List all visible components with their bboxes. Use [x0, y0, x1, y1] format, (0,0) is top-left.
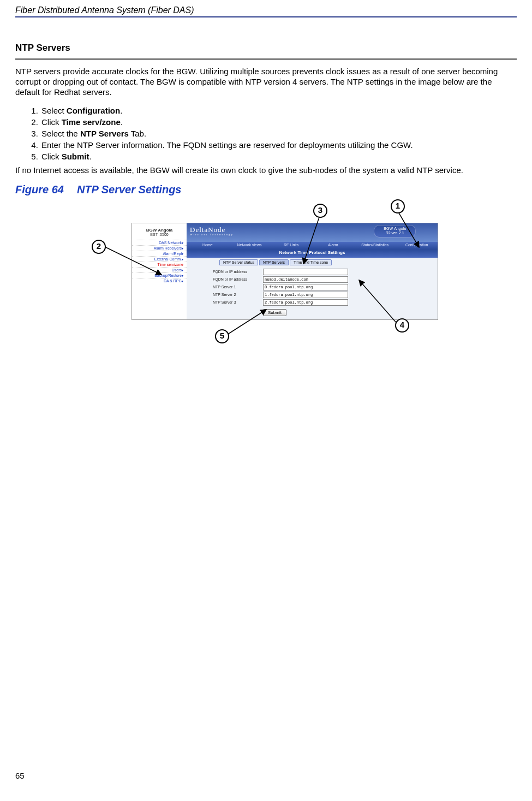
form-input[interactable]	[263, 269, 348, 275]
main-nav: HomeNetwork viewsRF UnitsAlarmStatus/Sta…	[187, 242, 438, 250]
running-header: Fiber Distributed Antenna System (Fiber …	[15, 0, 517, 17]
step-1-bold: Configuration	[67, 106, 120, 115]
after-steps-paragraph: If no Internet access is available, the …	[15, 165, 517, 176]
nav-tab[interactable]: RF Units	[270, 242, 312, 250]
form-input[interactable]	[263, 276, 348, 283]
form-input[interactable]	[263, 299, 348, 306]
nav-tab[interactable]: Network views	[229, 242, 271, 250]
figure-64: 1 2 3 4 5 BGW Angola EST -0500 DAS Netwo…	[81, 199, 479, 341]
device-tz: EST -0500	[132, 233, 187, 240]
badge-top: BGW-Angola	[384, 227, 406, 231]
left-menu-item[interactable]: External Comm.	[132, 256, 187, 262]
steps-list: Select Configuration.Click Time serv/zon…	[15, 105, 517, 162]
left-menu: DAS NetworkAlarm ReceiversAlarm/ReplExte…	[132, 240, 187, 283]
step-5-bold: Submit	[62, 152, 89, 161]
step-2: Click Time serv/zone.	[40, 116, 517, 128]
form-row: NTP Server 1	[187, 283, 438, 291]
tab-row: NTP Server statusNTP ServersTime and Tim…	[187, 258, 438, 268]
callout-4: 4	[395, 318, 409, 333]
nav-tab[interactable]: Home	[187, 242, 229, 250]
left-menu-item[interactable]: Alarm/Repl	[132, 251, 187, 256]
inner-tab[interactable]: Time and Time zone	[290, 259, 332, 265]
callout-3: 3	[313, 204, 327, 218]
step-1: Select Configuration.	[40, 105, 517, 116]
form-input[interactable]	[263, 292, 348, 298]
nav-tab[interactable]: Configuration	[396, 242, 438, 250]
screenshot-right-pane: DeltaNode Wireless Technology BGW-Angola…	[187, 223, 438, 319]
left-menu-item[interactable]: Users	[132, 267, 187, 272]
form-label: NTP Server 3	[213, 300, 263, 304]
form-row: NTP Server 2	[187, 291, 438, 299]
nav-tab[interactable]: Status/Statistics	[354, 242, 396, 250]
callout-1: 1	[391, 199, 405, 213]
logo-text: DeltaNode	[190, 226, 225, 234]
callout-5: 5	[215, 329, 229, 343]
callout-2: 2	[92, 240, 106, 254]
step-2-bold: Time serv/zone	[62, 117, 121, 127]
section-title: NTP Servers	[15, 43, 517, 56]
inner-tab[interactable]: NTP Servers	[259, 259, 289, 265]
figure-caption: Figure 64NTP Server Settings	[15, 183, 517, 196]
intro-paragraph: NTP servers provide accurate clocks for …	[15, 67, 517, 97]
nav-tab[interactable]: Alarm	[312, 242, 354, 250]
logo: DeltaNode Wireless Technology	[190, 226, 234, 236]
top-bar: DeltaNode Wireless Technology BGW-Angola…	[187, 223, 438, 242]
submit-button[interactable]: Submit	[263, 309, 286, 316]
form-rows: FQDN or IP addressFQDN or IP addressNTP …	[187, 268, 438, 306]
figure-number: Figure 64	[15, 183, 64, 195]
section-bar: Network Time Protocol Settings	[187, 250, 438, 258]
screenshot-left-pane: BGW Angola EST -0500 DAS NetworkAlarm Re…	[132, 223, 187, 319]
left-menu-item[interactable]: DAS Network	[132, 240, 187, 245]
figure-title: NTP Server Settings	[77, 183, 182, 195]
chevron-down-icon	[182, 279, 183, 283]
badge-bot: R2 ver. 2.1	[384, 231, 406, 235]
screenshot: BGW Angola EST -0500 DAS NetworkAlarm Re…	[132, 223, 438, 319]
chevron-down-icon	[182, 241, 183, 245]
step-4: Enter the NTP Server information. The FQ…	[40, 139, 517, 151]
form-row: NTP Server 3	[187, 299, 438, 306]
device-title: BGW Angola	[132, 223, 187, 233]
form-row: FQDN or IP address	[187, 268, 438, 276]
form-row: FQDN or IP address	[187, 276, 438, 283]
logo-subtext: Wireless Technology	[190, 233, 234, 236]
form-label: FQDN or IP address	[213, 270, 263, 274]
chevron-down-icon	[182, 268, 183, 272]
form-label: NTP Server 2	[213, 293, 263, 296]
form-label: NTP Server 1	[213, 285, 263, 289]
page-number: 65	[15, 771, 25, 780]
step-5: Click Submit.	[40, 151, 517, 162]
form-input[interactable]	[263, 284, 348, 290]
left-menu-item[interactable]: Backup/Restore	[132, 272, 187, 278]
form-label: FQDN or IP address	[213, 277, 263, 281]
chevron-down-icon	[182, 246, 183, 250]
chevron-down-icon	[182, 252, 183, 256]
inner-tab[interactable]: NTP Server status	[219, 259, 258, 265]
step-3: Select the NTP Servers Tab.	[40, 128, 517, 139]
left-menu-item[interactable]: Alarm Receivers	[132, 245, 187, 251]
left-menu-item[interactable]: Time serv/zone	[132, 262, 187, 267]
left-menu-item[interactable]: DA & RPG	[132, 278, 187, 283]
section-rule	[15, 58, 517, 60]
chevron-down-icon	[182, 274, 183, 277]
device-badge: BGW-Angola R2 ver. 2.1	[374, 225, 416, 238]
step-3-bold: NTP Servers	[80, 129, 129, 138]
chevron-down-icon	[182, 257, 183, 261]
